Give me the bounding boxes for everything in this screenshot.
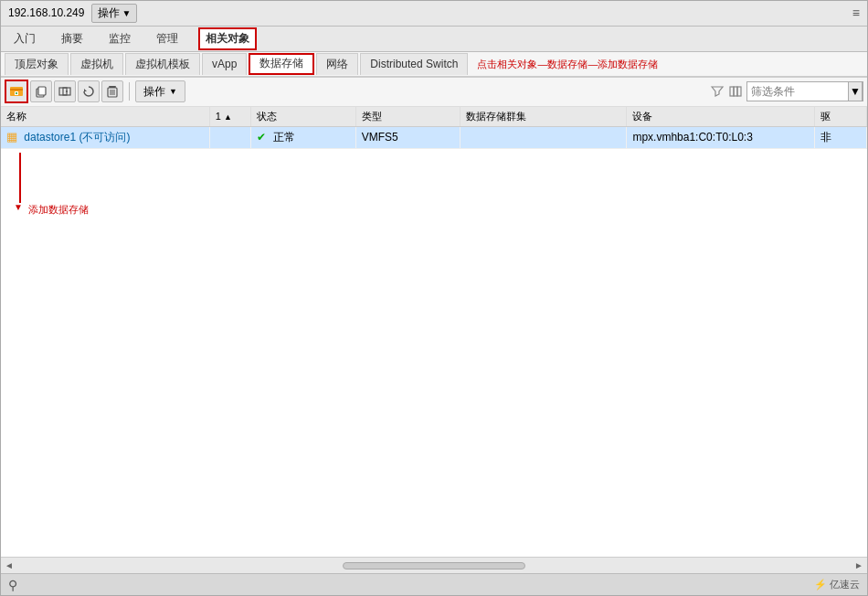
- col-header-num[interactable]: 1 ▲: [209, 107, 251, 127]
- table-row[interactable]: ▦ datastore1 (不可访问) ✔ 正常 VMFS5 mpx.vmhba…: [1, 126, 867, 148]
- col-header-device[interactable]: 设备: [627, 107, 814, 127]
- brand-name: 亿速云: [830, 579, 860, 590]
- action-menu-button[interactable]: 操作 ▼: [135, 80, 185, 102]
- scroll-right-button[interactable]: ►: [854, 560, 863, 570]
- columns-icon: [728, 84, 743, 99]
- nav-item-summary[interactable]: 摘要: [56, 27, 89, 50]
- toolbar-separator: [129, 82, 130, 101]
- add-datastore-button[interactable]: [6, 81, 26, 101]
- sort-asc-icon: ▲: [224, 112, 232, 122]
- brand-icon: ⚡: [814, 579, 827, 590]
- filter-dropdown-button[interactable]: ▼: [848, 81, 863, 101]
- footer-nav-left: ⚲: [8, 578, 17, 592]
- toolbar: 操作 ▼ ▼: [1, 78, 867, 107]
- clone-icon: [58, 85, 71, 98]
- nav-bar: 入门 摘要 监控 管理 相关对象: [1, 27, 867, 52]
- col-header-type[interactable]: 类型: [355, 107, 460, 127]
- cell-status: ✔ 正常: [251, 126, 355, 148]
- datastore-table: 名称 1 ▲ 状态 类型 数据存储群集: [1, 107, 867, 149]
- cell-num: [209, 126, 251, 148]
- more-options-icon[interactable]: ≡: [852, 5, 860, 20]
- tab-vmtemplate[interactable]: 虚拟机模板: [125, 53, 200, 75]
- table-header-row: 名称 1 ▲ 状态 类型 数据存储群集: [1, 107, 867, 127]
- svg-rect-6: [38, 87, 46, 95]
- nav-item-intro[interactable]: 入门: [8, 27, 41, 50]
- logo-area: ⚡ 亿速云: [814, 578, 860, 591]
- col-header-name: 名称: [1, 107, 209, 127]
- nav-item-monitor[interactable]: 监控: [103, 27, 136, 50]
- copy-button[interactable]: [30, 80, 52, 102]
- tab-annotation: 点击相关对象—数据存储—添加数据存储: [477, 58, 658, 70]
- action-menu-label: 操作: [143, 84, 165, 100]
- table-container: 名称 1 ▲ 状态 类型 数据存储群集: [1, 107, 867, 557]
- delete-button[interactable]: [101, 80, 123, 102]
- refresh-icon: [82, 85, 95, 98]
- cell-name: ▦ datastore1 (不可访问): [1, 126, 209, 148]
- action-menu-arrow: ▼: [169, 87, 177, 96]
- search-icon: ⚲: [8, 578, 17, 592]
- status-ok-icon: ✔: [257, 131, 266, 144]
- cell-extra: 非: [814, 126, 866, 148]
- add-annotation-text: 添加数据存储: [28, 203, 89, 217]
- arrow-vertical-line: [19, 153, 21, 203]
- h-scrollbar-area: ◄ ►: [1, 557, 867, 573]
- toolbar-right: ▼: [710, 81, 863, 101]
- add-icon: [9, 84, 24, 99]
- operation-button[interactable]: 操作 ▼: [91, 4, 137, 23]
- h-scrollbar-track[interactable]: [14, 562, 854, 569]
- cell-cluster: [460, 126, 627, 148]
- copy-icon: [35, 85, 48, 98]
- add-annotation-container: ▼ 添加数据存储: [14, 153, 123, 226]
- datastore-icon: ▦: [6, 130, 17, 144]
- h-scrollbar-thumb[interactable]: [343, 562, 525, 569]
- tab-network[interactable]: 网络: [316, 53, 358, 75]
- tabs-bar: 顶层对象 虚拟机 虚拟机模板 vApp 数据存储 网络 Distributed …: [1, 52, 867, 78]
- tab-top[interactable]: 顶层对象: [5, 53, 69, 75]
- filter-input-group: ▼: [746, 81, 863, 101]
- svg-rect-1: [10, 89, 23, 90]
- filter-input[interactable]: [747, 82, 848, 101]
- col-header-cluster[interactable]: 数据存储群集: [460, 107, 627, 127]
- col-header-extra: 驱: [814, 107, 866, 127]
- tab-vm[interactable]: 虚拟机: [70, 53, 123, 75]
- arrow-head-icon: ▼: [14, 203, 23, 212]
- tab-datastore[interactable]: 数据存储: [249, 53, 314, 75]
- datastore-link[interactable]: datastore1 (不可访问): [24, 131, 130, 144]
- svg-rect-19: [737, 87, 741, 96]
- tab-vapp[interactable]: vApp: [202, 53, 247, 75]
- ip-address: 192.168.10.249: [8, 6, 84, 19]
- filter-icon: [710, 84, 725, 99]
- tab-dswitch[interactable]: Distributed Switch: [360, 53, 468, 75]
- delete-icon: [106, 85, 119, 98]
- add-button-highlighted[interactable]: [5, 80, 28, 103]
- clone-button[interactable]: [54, 80, 76, 102]
- nav-item-manage[interactable]: 管理: [151, 27, 184, 50]
- cell-type: VMFS5: [355, 126, 460, 148]
- col-header-status[interactable]: 状态: [251, 107, 355, 127]
- scroll-left-button[interactable]: ◄: [5, 560, 14, 570]
- refresh-button[interactable]: [78, 80, 100, 102]
- cell-device: mpx.vmhba1:C0:T0:L0:3: [627, 126, 814, 148]
- svg-marker-11: [84, 89, 87, 91]
- status-bar: ⚲ ⚡ 亿速云: [1, 573, 867, 595]
- nav-item-related[interactable]: 相关对象: [198, 27, 257, 50]
- title-bar: 192.168.10.249 操作 ▼ ≡: [1, 1, 867, 27]
